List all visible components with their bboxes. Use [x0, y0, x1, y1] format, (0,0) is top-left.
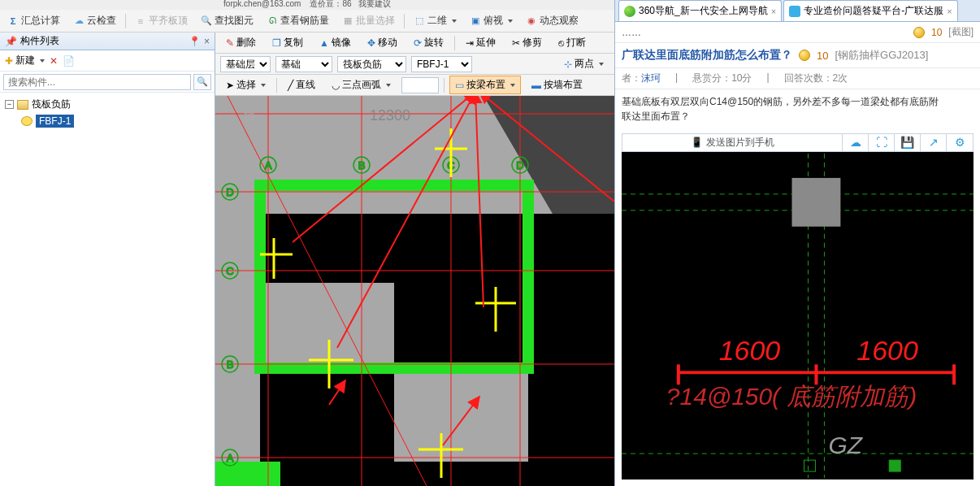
panel-search-row: 🔍: [0, 72, 215, 93]
batch-select-button[interactable]: ▦批量选择: [338, 11, 399, 30]
qa-author: 者：沫珂: [622, 72, 661, 85]
panel-title-bar: 📌 构件列表 📍 ×: [0, 33, 215, 50]
view-2d-label: 二维: [427, 14, 447, 28]
break-button[interactable]: ⎋打断: [553, 33, 592, 52]
pin-icon[interactable]: 📌: [5, 36, 17, 47]
view-2d-button[interactable]: ⬚二维: [410, 11, 461, 30]
svg-rect-5: [394, 368, 528, 462]
settings-button[interactable]: ⚙: [947, 134, 973, 151]
rotate-button[interactable]: ⟳旋转: [408, 33, 449, 52]
body-line-1: 基础底板有双层双向C14@150的钢筋，另外差不多每一道梁处都有底筋附: [622, 94, 973, 109]
extend-icon: ⇥: [466, 37, 474, 49]
svg-text:A: A: [265, 159, 272, 171]
arc-tool-button[interactable]: ◡三点画弧: [326, 76, 397, 94]
fullscreen-button[interactable]: ⛶: [869, 134, 895, 151]
search-button[interactable]: 🔍: [193, 74, 211, 90]
component-type-select[interactable]: 筏板负筋: [337, 56, 406, 72]
component-icon: [21, 116, 33, 126]
delete-component-button[interactable]: ✕: [50, 55, 58, 67]
cloud-check-button[interactable]: ☁云检查: [69, 11, 120, 30]
cloud-check-label: 云检查: [87, 14, 116, 28]
separator: [125, 14, 126, 28]
sum-calc-button[interactable]: Σ汇总计算: [3, 11, 64, 30]
svg-text:B: B: [358, 159, 366, 171]
arc-icon: ◡: [332, 80, 340, 91]
view-rebar-button[interactable]: ᘏ查看钢筋量: [262, 11, 333, 30]
extend-button[interactable]: ⇥延伸: [460, 33, 501, 52]
question-tag[interactable]: [钢筋抽样GGJ2013]: [835, 48, 928, 63]
trim-button[interactable]: ✂修剪: [506, 33, 548, 52]
copy-component-button[interactable]: 📄: [63, 55, 75, 67]
folder-icon: [17, 100, 28, 110]
tree-child-label: FBFJ-1: [36, 115, 74, 128]
line-tool-button[interactable]: ╱直线: [282, 76, 321, 94]
rebar-icon: ᘏ: [267, 15, 278, 27]
beam-icon: ▭: [455, 80, 464, 91]
collapse-icon[interactable]: −: [5, 100, 14, 109]
browser-tab-1[interactable]: 360导航_新一代安全上网导航 ×: [618, 0, 782, 21]
dim-text: 12300: [370, 107, 410, 124]
move-button[interactable]: ✥移动: [362, 33, 403, 52]
svg-rect-4: [260, 283, 394, 368]
new-component-button[interactable]: ✚新建: [5, 54, 45, 67]
tree-node-child[interactable]: FBFJ-1: [20, 113, 211, 129]
cube-icon: ⬚: [414, 15, 425, 27]
magnifier-icon: 🔍: [197, 76, 208, 87]
axis-label: 轴: [244, 110, 255, 123]
delete-button[interactable]: ✎删除: [220, 33, 262, 52]
delete-icon: ✎: [226, 37, 234, 49]
by-wall-label: 按墙布置: [544, 78, 583, 92]
orbit-button[interactable]: ◉动态观察: [522, 11, 583, 30]
disk-icon: 💾: [900, 136, 914, 149]
send-label: 发送图片到手机: [706, 136, 774, 150]
layer-select[interactable]: 基础层: [220, 56, 271, 72]
image-toolbar: 📱 发送图片到手机 ☁ ⛶ 💾 ↗ ⚙: [622, 133, 973, 152]
body-line-2: 联达里面布置？: [622, 109, 973, 124]
twopoint-button[interactable]: ⊹两点: [558, 54, 609, 73]
batch-select-label: 批量选择: [356, 14, 395, 28]
drawing-canvas[interactable]: A B C D D C B A 12300 轴: [215, 96, 614, 486]
by-beam-button[interactable]: ▭按梁布置: [449, 76, 521, 94]
search-input[interactable]: [3, 74, 191, 90]
question-title[interactable]: 广联达里面底筋附加筋怎么布置？: [622, 48, 792, 63]
top-view-button[interactable]: ▣俯视: [466, 11, 517, 30]
component-item-select[interactable]: FBFJ-1: [411, 56, 472, 72]
tree-node-parent[interactable]: − 筏板负筋: [3, 96, 211, 113]
draw-param-input[interactable]: [401, 77, 439, 93]
browser-tab-2[interactable]: 专业造价问题答疑平台-广联达服 ×: [783, 0, 957, 21]
sigma-icon: Σ: [7, 15, 19, 27]
tab-close-icon[interactable]: ×: [771, 7, 776, 16]
suggest-link[interactable]: 我要建议: [358, 0, 391, 8]
svg-rect-62: [889, 460, 900, 471]
dropdown-icon: [599, 63, 604, 66]
cloud-save-button[interactable]: ☁: [843, 134, 869, 151]
level-slab-label: 平齐板顶: [149, 14, 188, 28]
dropdown-icon: [386, 84, 391, 87]
answer-image[interactable]: 1600 1600 ?14@150( 底筋附加筋) GZ: [622, 152, 973, 479]
panel-pin-button[interactable]: 📍: [189, 36, 201, 47]
panel-close-button[interactable]: ×: [204, 36, 210, 47]
dropdown-icon: [508, 20, 513, 23]
line-label: 直线: [296, 78, 315, 92]
category-select[interactable]: 基础: [275, 56, 332, 72]
share-button[interactable]: ↗: [921, 134, 947, 151]
author-link[interactable]: 沫珂: [641, 72, 661, 84]
svg-text:D: D: [226, 186, 233, 198]
tab-favicon-glodon: [789, 6, 800, 17]
send-to-phone-button[interactable]: 📱 发送图片到手机: [622, 134, 843, 151]
select-tool-button[interactable]: ➤选择: [220, 76, 271, 94]
save-button[interactable]: 💾: [895, 134, 921, 151]
svg-rect-3: [215, 214, 260, 486]
mirror-button[interactable]: ▲镜像: [314, 33, 357, 52]
user-email: forpk.chen@163.com: [223, 0, 301, 8]
reward-value: 10: [817, 50, 828, 62]
find-element-button[interactable]: 🔍查找图元: [197, 11, 258, 30]
dim-1600-right: 1600: [856, 335, 918, 366]
tab-close-icon[interactable]: ×: [947, 7, 952, 16]
qa-title-row: 广联达里面底筋附加筋怎么布置？ 10 [钢筋抽样GGJ2013]: [615, 43, 980, 68]
dropdown-icon: [510, 84, 515, 87]
level-slab-button[interactable]: ≡平齐板顶: [131, 11, 192, 30]
trim-label: 修剪: [523, 36, 542, 50]
copy-button[interactable]: ❐复制: [267, 33, 309, 52]
by-wall-button[interactable]: ▬按墙布置: [526, 76, 588, 94]
